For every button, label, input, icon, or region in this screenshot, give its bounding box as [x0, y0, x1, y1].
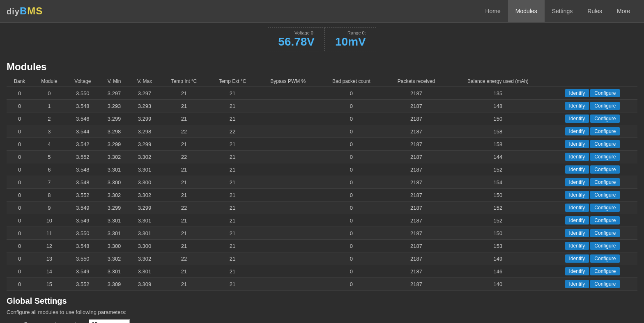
configure-button[interactable]: Configure	[590, 102, 620, 110]
table-cell: 3.301	[99, 227, 129, 240]
table-cell: 0	[7, 112, 32, 125]
table-cell: 0	[7, 125, 32, 138]
table-cell	[258, 100, 319, 112]
identify-button[interactable]: Identify	[565, 140, 589, 148]
nav-modules[interactable]: Modules	[508, 0, 545, 22]
table-cell: 3.301	[129, 265, 160, 278]
configure-button[interactable]: Configure	[590, 242, 620, 250]
identify-button[interactable]: Identify	[565, 165, 589, 174]
identify-button[interactable]: Identify	[565, 216, 589, 224]
configure-button[interactable]: Configure	[590, 153, 620, 161]
table-cell: 0	[7, 151, 32, 163]
logo-m: M	[27, 5, 36, 16]
table-cell: 0	[7, 176, 32, 189]
table-cell	[258, 163, 319, 176]
table-cell: 2187	[384, 214, 448, 227]
table-cell	[258, 189, 319, 202]
table-cell: 2187	[384, 265, 448, 278]
configure-button[interactable]: Configure	[590, 127, 620, 135]
configure-button[interactable]: Configure	[590, 89, 620, 97]
nav-home[interactable]: Home	[478, 0, 508, 22]
table-cell: 140	[448, 278, 547, 291]
col-bank: Bank	[7, 76, 32, 87]
table-row: 053.5523.3023.302222102187144IdentifyCon…	[7, 151, 637, 163]
logo-s: S	[36, 5, 43, 16]
configure-button[interactable]: Configure	[590, 191, 620, 199]
nav-settings[interactable]: Settings	[545, 0, 580, 22]
identify-button[interactable]: Identify	[565, 89, 589, 97]
configure-button[interactable]: Configure	[590, 165, 620, 174]
bypass-temp-input[interactable]	[89, 319, 130, 323]
configure-button[interactable]: Configure	[590, 280, 620, 288]
table-cell: 3.548	[66, 163, 99, 176]
table-cell: 0	[319, 100, 384, 112]
table-cell: 149	[448, 252, 547, 265]
identify-button[interactable]: Identify	[565, 254, 589, 263]
nav-more[interactable]: More	[610, 0, 637, 22]
table-cell: 0	[319, 163, 384, 176]
col-bad-packet: Bad packet count	[319, 76, 384, 87]
configure-button[interactable]: Configure	[590, 115, 620, 123]
table-cell: 3.299	[129, 138, 160, 151]
configure-button[interactable]: Configure	[590, 204, 620, 212]
configure-button[interactable]: Configure	[590, 178, 620, 186]
table-cell: 2187	[384, 189, 448, 202]
table-cell: 0	[7, 100, 32, 112]
table-cell: 3.550	[66, 252, 99, 265]
table-cell-actions: IdentifyConfigure	[547, 240, 637, 252]
identify-button[interactable]: Identify	[565, 280, 589, 288]
table-cell: 3.301	[129, 163, 160, 176]
table-cell: 3.549	[66, 214, 99, 227]
identify-button[interactable]: Identify	[565, 267, 589, 275]
table-cell-actions: IdentifyConfigure	[547, 112, 637, 125]
identify-button[interactable]: Identify	[565, 191, 589, 199]
table-cell	[258, 278, 319, 291]
configure-button[interactable]: Configure	[590, 254, 620, 263]
configure-button[interactable]: Configure	[590, 140, 620, 148]
table-cell: 10	[32, 214, 66, 227]
table-cell: 21	[160, 214, 207, 227]
logo-b: B	[20, 5, 27, 16]
table-row: 013.5483.2933.293212102187148IdentifyCon…	[7, 100, 637, 112]
table-cell: 3.302	[99, 252, 129, 265]
identify-button[interactable]: Identify	[565, 127, 589, 135]
table-cell: 150	[448, 112, 547, 125]
identify-button[interactable]: Identify	[565, 115, 589, 123]
table-cell-actions: IdentifyConfigure	[547, 138, 637, 151]
identify-button[interactable]: Identify	[565, 229, 589, 237]
identify-button[interactable]: Identify	[565, 102, 589, 110]
table-cell: 0	[7, 163, 32, 176]
table-cell: 3.302	[129, 189, 160, 202]
configure-button[interactable]: Configure	[590, 216, 620, 224]
logo: diyBMS	[7, 5, 43, 17]
table-row: 003.5503.2973.297212102187135IdentifyCon…	[7, 87, 637, 100]
table-cell: 150	[448, 227, 547, 240]
table-cell: 3.548	[66, 100, 99, 112]
table-cell: 3	[32, 125, 66, 138]
table-cell: 0	[319, 87, 384, 100]
table-cell: 21	[160, 100, 207, 112]
identify-button[interactable]: Identify	[565, 178, 589, 186]
table-cell: 152	[448, 202, 547, 214]
page-title: Modules	[7, 56, 637, 76]
table-cell: 3.300	[129, 240, 160, 252]
table-cell-actions: IdentifyConfigure	[547, 125, 637, 138]
identify-button[interactable]: Identify	[565, 242, 589, 250]
col-module: Module	[32, 76, 66, 87]
identify-button[interactable]: Identify	[565, 153, 589, 161]
table-cell: 3.297	[129, 87, 160, 100]
table-cell: 21	[208, 227, 258, 240]
table-cell: 2	[32, 112, 66, 125]
table-cell: 3.302	[99, 189, 129, 202]
range-0-label: Range 0:	[335, 30, 366, 35]
table-cell: 3.550	[66, 87, 99, 100]
nav-rules[interactable]: Rules	[580, 0, 610, 22]
configure-button[interactable]: Configure	[590, 229, 620, 237]
table-row: 0143.5493.3013.301212102187146IdentifyCo…	[7, 265, 637, 278]
table-cell: 3.552	[66, 151, 99, 163]
identify-button[interactable]: Identify	[565, 204, 589, 212]
table-cell: 0	[7, 278, 32, 291]
configure-button[interactable]: Configure	[590, 267, 620, 275]
table-cell: 3.299	[129, 202, 160, 214]
table-cell: 0	[7, 265, 32, 278]
